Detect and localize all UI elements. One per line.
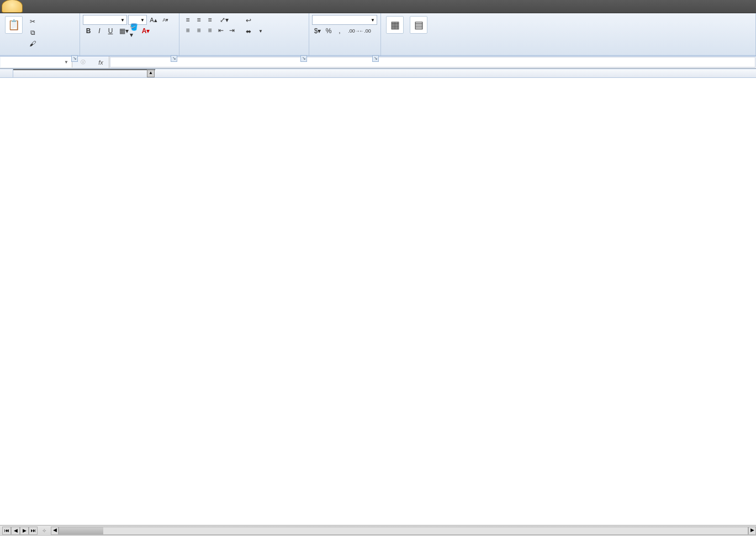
merge-center-button[interactable]: ⬌▼ bbox=[242, 26, 265, 36]
new-sheet-icon[interactable]: ✧ bbox=[42, 528, 46, 534]
next-sheet-icon[interactable]: ▶ bbox=[20, 527, 29, 535]
horizontal-scrollbar[interactable]: ◀ ▶ bbox=[51, 527, 756, 535]
comma-button[interactable]: , bbox=[334, 26, 345, 36]
sheet-nav-arrows[interactable]: ⏮ ◀ ▶ ⏭ bbox=[0, 527, 40, 535]
bold-button[interactable]: B bbox=[83, 26, 94, 36]
increase-decimal-button[interactable]: .00→ bbox=[348, 26, 360, 36]
percent-button[interactable]: % bbox=[323, 26, 334, 36]
copy-button[interactable]: ⧉ bbox=[27, 27, 41, 38]
cond-format-icon: ▦ bbox=[386, 16, 404, 34]
prev-sheet-icon[interactable]: ◀ bbox=[11, 527, 20, 535]
scroll-left-icon[interactable]: ◀ bbox=[51, 527, 59, 535]
paste-icon: 📋 bbox=[5, 16, 23, 34]
font-color-button[interactable]: A▾ bbox=[140, 26, 151, 36]
align-center-button[interactable]: ≡ bbox=[193, 25, 204, 35]
font-family-select[interactable]: ▼ bbox=[83, 15, 127, 25]
align-top-button[interactable]: ≡ bbox=[182, 15, 193, 25]
conditional-formatting-button[interactable]: ▦ bbox=[384, 15, 406, 36]
decrease-decimal-button[interactable]: ←.00 bbox=[360, 26, 371, 36]
alignment-dialog-icon[interactable]: ↘ bbox=[300, 55, 307, 62]
formula-input[interactable] bbox=[110, 57, 755, 67]
copy-icon: ⧉ bbox=[28, 28, 37, 37]
indent-dec-button[interactable]: ⇤ bbox=[215, 25, 226, 35]
first-sheet-icon[interactable]: ⏮ bbox=[2, 527, 11, 535]
name-box[interactable]: ▼ bbox=[1, 57, 72, 67]
orientation-button[interactable]: ⤢▾ bbox=[219, 15, 230, 25]
wrap-text-button[interactable]: ↩ bbox=[242, 15, 265, 25]
shrink-font-button[interactable]: A▾ bbox=[160, 15, 171, 25]
brush-icon: 🖌 bbox=[28, 39, 37, 48]
border-button[interactable]: ▦▾ bbox=[118, 26, 129, 36]
table-icon: ▤ bbox=[410, 16, 427, 34]
dropdown-list[interactable]: ▲ ▼ bbox=[13, 69, 155, 70]
clipboard-dialog-icon[interactable]: ↘ bbox=[71, 55, 78, 62]
cell-styles-gallery[interactable] bbox=[431, 15, 697, 17]
wrap-icon: ↩ bbox=[244, 16, 253, 25]
format-as-table-button[interactable]: ▤ bbox=[408, 15, 430, 36]
scroll-up-icon[interactable]: ▲ bbox=[147, 70, 155, 77]
align-left-button[interactable]: ≡ bbox=[182, 25, 193, 35]
select-all-corner[interactable] bbox=[0, 69, 13, 77]
cut-button[interactable]: ✂ bbox=[27, 16, 41, 27]
worksheet[interactable]: ▲ ▼ bbox=[0, 69, 756, 525]
ribbon: 📋 ✂ ⧉ 🖌 ↘ ▼ ▼ A▴ A▾ B I U ▦ bbox=[0, 13, 756, 56]
italic-button[interactable]: I bbox=[94, 26, 105, 36]
grow-font-button[interactable]: A▴ bbox=[148, 15, 159, 25]
align-right-button[interactable]: ≡ bbox=[204, 25, 215, 35]
fx-icon[interactable]: fx bbox=[93, 56, 109, 68]
merge-icon: ⬌ bbox=[244, 27, 253, 36]
scroll-thumb[interactable] bbox=[59, 527, 103, 534]
align-middle-button[interactable]: ≡ bbox=[193, 15, 204, 25]
currency-button[interactable]: $▾ bbox=[312, 26, 323, 36]
sheet-tab-bar: ⏮ ◀ ▶ ⏭ ✧ ◀ ▶ bbox=[0, 525, 756, 536]
format-painter-button[interactable]: 🖌 bbox=[27, 38, 41, 49]
column-headers[interactable] bbox=[0, 69, 756, 78]
title-tab-bar bbox=[0, 0, 756, 13]
scissors-icon: ✂ bbox=[28, 17, 37, 26]
scroll-right-icon[interactable]: ▶ bbox=[748, 527, 756, 535]
font-dialog-icon[interactable]: ↘ bbox=[171, 55, 177, 62]
number-format-select[interactable]: ▼ bbox=[312, 15, 377, 25]
indent-inc-button[interactable]: ⇥ bbox=[226, 25, 237, 35]
fill-color-button[interactable]: 🪣▾ bbox=[129, 26, 140, 36]
underline-button[interactable]: U bbox=[105, 26, 116, 36]
paste-button[interactable]: 📋 bbox=[3, 15, 25, 36]
number-dialog-icon[interactable]: ↘ bbox=[372, 55, 379, 62]
last-sheet-icon[interactable]: ⏭ bbox=[29, 527, 38, 535]
scroll-down-icon[interactable]: ▼ bbox=[147, 69, 155, 70]
office-button[interactable] bbox=[2, 0, 23, 13]
align-bottom-button[interactable]: ≡ bbox=[204, 15, 215, 25]
